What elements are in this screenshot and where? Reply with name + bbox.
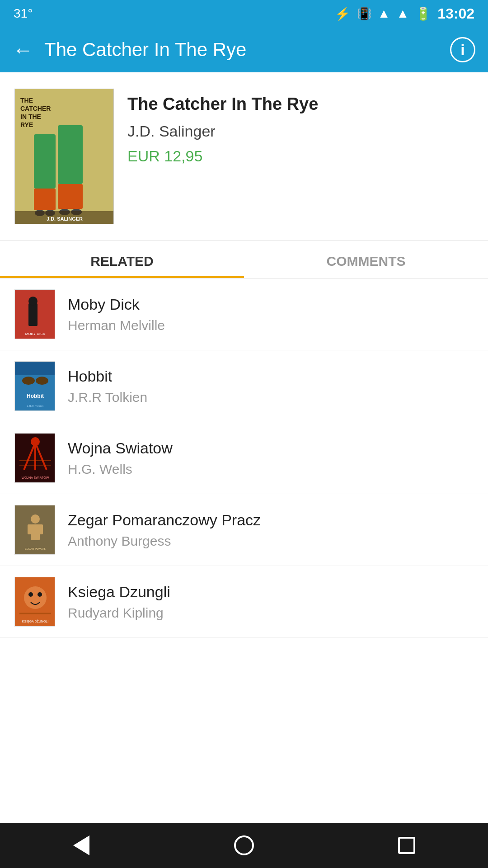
svg-rect-10 bbox=[34, 189, 56, 210]
book-item-cover-4: ZEGAR POMAR. bbox=[14, 505, 55, 555]
book-cover: THECATCHERIN THERYE THE CATCHER IN THE R… bbox=[14, 89, 114, 224]
svg-point-22 bbox=[36, 377, 48, 385]
status-right: ⚡ 📳 ▲ ▲ 🔋 13:02 bbox=[335, 5, 474, 22]
svg-text:RYE: RYE bbox=[20, 121, 33, 128]
list-item[interactable]: ZEGAR POMAR. Zegar Pomaranczowy Pracz An… bbox=[0, 494, 488, 566]
list-item[interactable]: KSIĘGA DŻUNGLI Ksiega Dzungli Rudyard Ki… bbox=[0, 566, 488, 638]
svg-text:IN THE: IN THE bbox=[20, 113, 41, 120]
svg-rect-9 bbox=[34, 134, 56, 189]
related-books-list: MOBY DICK Moby Dick Herman Melville Hobb… bbox=[0, 278, 488, 823]
book-cover-image: THECATCHERIN THERYE THE CATCHER IN THE R… bbox=[14, 89, 114, 224]
svg-point-34 bbox=[31, 514, 40, 524]
cover-illustration: THE CATCHER IN THE RYE bbox=[15, 89, 114, 224]
list-item[interactable]: WOJNA ŚWIATÓW Wojna Swiatow H.G. Wells bbox=[0, 422, 488, 494]
book-author: J.D. Salinger bbox=[127, 123, 318, 140]
svg-point-29 bbox=[31, 437, 40, 446]
svg-text:J.D. SALINGER: J.D. SALINGER bbox=[47, 216, 83, 222]
svg-point-17 bbox=[28, 297, 38, 306]
home-circle-icon bbox=[234, 835, 254, 855]
book-item-author: J.R.R Tolkien bbox=[68, 390, 147, 405]
svg-point-21 bbox=[22, 377, 35, 385]
svg-text:THE: THE bbox=[20, 97, 33, 104]
svg-point-40 bbox=[24, 586, 47, 609]
wifi-icon: ▲ bbox=[378, 6, 390, 21]
nav-recents-button[interactable] bbox=[391, 830, 422, 861]
battery-icon: 🔋 bbox=[415, 6, 431, 21]
svg-point-41 bbox=[28, 592, 33, 597]
svg-text:MOBY DICK: MOBY DICK bbox=[25, 332, 46, 336]
book-detail-section: THECATCHERIN THERYE THE CATCHER IN THE R… bbox=[0, 72, 488, 241]
book-item-cover-3: WOJNA ŚWIATÓW bbox=[14, 433, 55, 483]
back-triangle-icon bbox=[73, 835, 89, 855]
svg-point-42 bbox=[38, 592, 42, 597]
book-item-info-1: Moby Dick Herman Melville bbox=[68, 296, 165, 333]
book-item-title: Wojna Swiatow bbox=[68, 439, 173, 457]
back-button[interactable]: ← bbox=[13, 39, 33, 60]
wojna-cover: WOJNA ŚWIATÓW bbox=[15, 434, 55, 483]
svg-rect-5 bbox=[58, 125, 83, 184]
temperature: 31° bbox=[14, 6, 33, 21]
svg-text:Hobbit: Hobbit bbox=[27, 393, 44, 399]
book-item-title: Moby Dick bbox=[68, 296, 165, 313]
info-button[interactable]: i bbox=[450, 37, 475, 62]
book-item-title: Zegar Pomaranczowy Pracz bbox=[68, 511, 261, 529]
svg-rect-16 bbox=[28, 303, 38, 326]
page-title: The Catcher In The Rye bbox=[44, 39, 439, 61]
book-title: The Catcher In The Rye bbox=[127, 93, 318, 115]
book-item-info-2: Hobbit J.R.R Tolkien bbox=[68, 368, 147, 405]
nav-home-button[interactable] bbox=[228, 830, 260, 861]
book-price: EUR 12,95 bbox=[127, 147, 318, 165]
zegar-cover: ZEGAR POMAR. bbox=[15, 505, 55, 555]
vibrate-icon: 📳 bbox=[357, 7, 371, 21]
svg-text:CATCHER: CATCHER bbox=[20, 105, 51, 112]
book-item-author: Anthony Burgess bbox=[68, 533, 261, 549]
book-item-cover-2: Hobbit J.R.R. Tolkien bbox=[14, 361, 55, 411]
bottom-nav bbox=[0, 823, 488, 868]
app-header: ← The Catcher In The Rye i bbox=[0, 27, 488, 72]
status-time: 13:02 bbox=[437, 5, 474, 22]
svg-text:WOJNA ŚWIATÓW: WOJNA ŚWIATÓW bbox=[22, 476, 49, 479]
tab-related[interactable]: RELATED bbox=[0, 241, 244, 278]
svg-rect-20 bbox=[15, 362, 55, 375]
status-left: 31° bbox=[14, 6, 33, 21]
list-item[interactable]: Hobbit J.R.R. Tolkien Hobbit J.R.R Tolki… bbox=[0, 350, 488, 422]
book-item-title: Ksiega Dzungli bbox=[68, 583, 170, 601]
book-item-title: Hobbit bbox=[68, 368, 147, 385]
hobbit-cover: Hobbit J.R.R. Tolkien bbox=[15, 362, 55, 411]
svg-text:ZEGAR POMAR.: ZEGAR POMAR. bbox=[25, 547, 46, 550]
svg-text:KSIĘGA DŻUNGLI: KSIĘGA DŻUNGLI bbox=[22, 619, 48, 623]
status-bar: 31° ⚡ 📳 ▲ ▲ 🔋 13:02 bbox=[0, 0, 488, 27]
book-item-cover-5: KSIĘGA DŻUNGLI bbox=[14, 577, 55, 627]
tab-comments[interactable]: COMMENTS bbox=[244, 241, 488, 278]
svg-rect-37 bbox=[38, 524, 43, 534]
list-item[interactable]: MOBY DICK Moby Dick Herman Melville bbox=[0, 278, 488, 350]
svg-rect-36 bbox=[28, 524, 32, 534]
book-info: The Catcher In The Rye J.D. Salinger EUR… bbox=[127, 89, 318, 224]
book-item-author: H.G. Wells bbox=[68, 462, 173, 477]
signal-icon: ▲ bbox=[396, 6, 409, 21]
book-item-info-4: Zegar Pomaranczowy Pracz Anthony Burgess bbox=[68, 511, 261, 549]
recents-square-icon bbox=[398, 837, 415, 854]
book-item-author: Herman Melville bbox=[68, 318, 165, 333]
nav-back-button[interactable] bbox=[66, 830, 97, 861]
book-item-author: Rudyard Kipling bbox=[68, 605, 170, 621]
ksiega-cover: KSIĘGA DŻUNGLI bbox=[15, 577, 55, 627]
book-item-info-5: Ksiega Dzungli Rudyard Kipling bbox=[68, 583, 170, 621]
book-item-cover-1: MOBY DICK bbox=[14, 289, 55, 339]
tab-bar: RELATED COMMENTS bbox=[0, 241, 488, 278]
bluetooth-icon: ⚡ bbox=[335, 6, 351, 21]
svg-text:J.R.R. Tolkien: J.R.R. Tolkien bbox=[27, 405, 44, 407]
book-item-info-3: Wojna Swiatow H.G. Wells bbox=[68, 439, 173, 477]
svg-rect-6 bbox=[58, 184, 83, 209]
moby-dick-cover: MOBY DICK bbox=[15, 290, 55, 339]
